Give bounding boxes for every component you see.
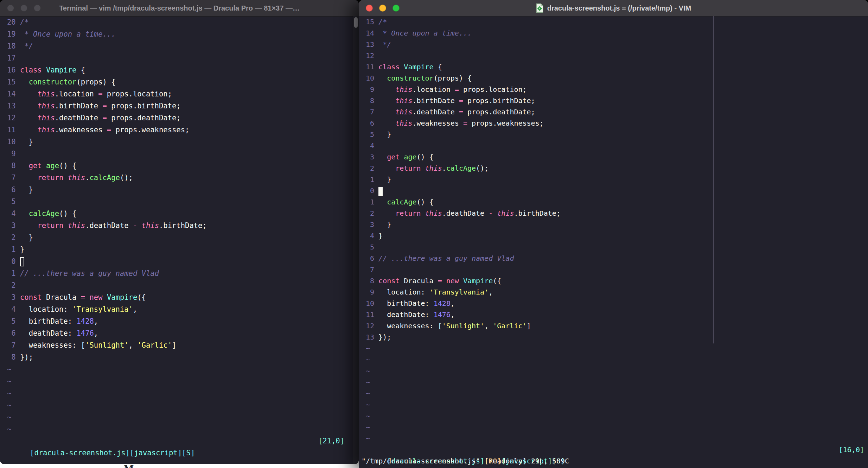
tilde-line: ~ [366,365,868,377]
code-line: 13}); [366,331,868,343]
line-number: 13 [366,331,374,343]
line-number: 1 [366,174,374,185]
line-number: 15 [7,76,16,88]
code-line: 5 [366,241,868,253]
window-title: Terminal — vim /tmp/dracula-screenshot.j… [59,4,300,12]
line-number: 6 [7,184,16,196]
code-line: 7 this.deathDate = props.deathDate; [366,106,868,118]
code-line: 5 [7,196,360,208]
line-number: 6 [7,327,16,339]
left-window-titlebar[interactable]: Terminal — vim /tmp/dracula-screenshot.j… [0,0,359,17]
line-number: 4 [7,303,16,315]
code-line: 4 calcAge() { [7,208,360,220]
code-line: 6 deathDate: 1476, [7,327,360,339]
line-number: 8 [366,95,374,106]
line-number: 7 [366,264,374,275]
color-column-rule [713,16,714,343]
tilde-line: ~ [366,433,868,444]
vim-cursor [378,187,383,196]
line-number: 2 [366,163,374,174]
screen: M Terminal — vim /tmp/dracula-screenshot… [0,0,868,468]
vim-cursor [20,257,24,266]
line-number: 10 [366,72,374,84]
left-code-area[interactable]: 20/*19 * Once upon a time...18 */1716cla… [0,16,360,435]
line-number: 2 [7,279,16,291]
code-line: 12 this.deathDate = props.deathDate; [7,112,360,124]
line-number: 10 [7,136,16,148]
line-number: 4 [7,208,16,220]
minimize-button[interactable] [20,5,27,12]
line-number: 0 [7,255,16,267]
right-vim-window: dracula-screenshot.js = (/private/tmp) -… [359,0,868,468]
line-number: 19 [7,28,16,40]
line-number: 5 [366,129,374,140]
code-line: 3 return this.deathDate - this.birthDate… [7,220,360,232]
line-number: 7 [7,339,16,351]
line-number: 8 [7,351,16,363]
line-number: 12 [366,320,374,331]
right-code-area[interactable]: 15/*14 * Once upon a time...13 */1211cla… [359,16,868,444]
tilde-line: ~ [7,411,360,423]
line-number: 3 [366,219,374,230]
code-line: 1} [7,244,360,255]
left-scrollbar[interactable] [353,16,359,464]
code-line: 18 */ [7,40,360,52]
zoom-button[interactable] [392,5,400,12]
line-number: 3 [366,151,374,163]
code-line: 7 weaknesses: ['Sunlight', 'Garlic'] [7,339,360,351]
code-line: 2 } [7,232,360,244]
line-number: 5 [7,315,16,327]
tilde-line: ~ [366,343,868,354]
line-number: 2 [7,232,16,244]
tilde-line: ~ [366,377,868,388]
line-number: 5 [7,196,16,208]
code-line: 19 * Once upon a time... [7,28,360,40]
code-line: 3 get age() { [366,151,868,163]
line-number: 7 [366,106,374,118]
line-number: 0 [366,185,374,196]
tilde-line: ~ [7,399,360,411]
left-terminal-window: Terminal — vim /tmp/dracula-screenshot.j… [0,0,359,464]
minimize-button[interactable] [379,5,386,12]
window-controls [7,5,41,12]
code-line: 1// ...there was a guy named Vlad [7,267,360,279]
code-line: 7 [366,264,868,275]
line-number: 11 [366,309,374,320]
tilde-line: ~ [7,387,360,399]
tilde-line: ~ [7,423,360,435]
scrollbar-thumb[interactable] [354,17,358,28]
line-number: 6 [366,118,374,129]
line-number: 4 [366,230,374,241]
code-line: 11 this.weaknesses = props.weaknesses; [7,124,360,136]
statusline-cursor-position: [16,0] [839,444,864,455]
line-number: 1 [7,244,16,255]
code-line: 2 return this.calcAge(); [366,163,868,174]
right-window-titlebar[interactable]: dracula-screenshot.js = (/private/tmp) -… [359,0,868,17]
code-line: 11 deathDate: 1476, [366,309,868,320]
code-line: 7 return this.calcAge(); [7,172,360,184]
line-number: 5 [366,241,374,253]
code-line: 0 [7,255,360,267]
line-number: 13 [366,39,374,50]
close-button[interactable] [366,5,373,12]
line-number: 13 [7,100,16,112]
code-line: 6 this.weaknesses = props.weaknesses; [366,118,868,129]
close-button[interactable] [7,5,14,12]
line-number: 6 [366,253,374,264]
line-number: 7 [7,172,16,184]
zoom-button[interactable] [34,5,41,12]
code-line: 1 calcAge() { [366,196,868,208]
line-number: 3 [7,220,16,232]
line-number: 14 [366,27,374,39]
code-line: 10 constructor(props) { [366,72,868,84]
code-line: 5 } [366,129,868,140]
code-line: 1 } [366,174,868,185]
code-line: 13 this.birthDate = props.birthDate; [7,100,360,112]
code-line: 2 return this.deathDate - this.birthDate… [366,208,868,219]
code-line: 8}); [7,351,360,363]
code-line: 13 */ [366,39,868,50]
vim-document-icon [536,3,544,13]
code-line: 14 this.location = props.location; [7,88,360,100]
code-line: 16class Vampire { [7,64,360,76]
code-line: 3 } [366,219,868,230]
